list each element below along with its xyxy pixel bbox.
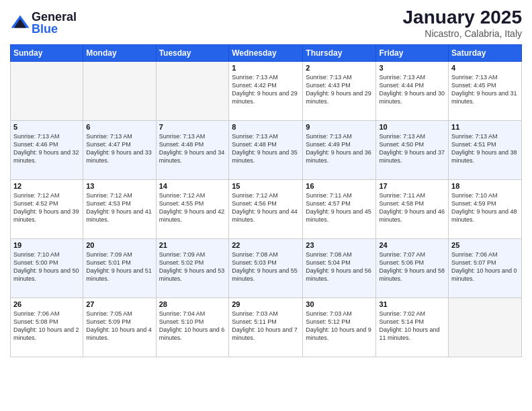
calendar-day: 8Sunrise: 7:13 AMSunset: 4:48 PMDaylight…	[229, 121, 303, 180]
day-info: Sunrise: 7:03 AMSunset: 5:12 PMDaylight:…	[306, 310, 373, 342]
logo-blue: Blue	[32, 23, 77, 35]
header-thursday: Thursday	[303, 45, 376, 62]
day-info: Sunrise: 7:09 AMSunset: 5:02 PMDaylight:…	[159, 250, 226, 283]
day-number: 12	[13, 182, 80, 190]
day-info: Sunrise: 7:12 AMSunset: 4:56 PMDaylight:…	[232, 191, 300, 224]
day-info: Sunrise: 7:09 AMSunset: 5:01 PMDaylight:…	[86, 250, 152, 283]
logo-general: General	[32, 11, 77, 23]
day-number: 31	[379, 300, 445, 308]
calendar-day	[449, 298, 522, 357]
day-info: Sunrise: 7:13 AMSunset: 4:44 PMDaylight:…	[379, 73, 445, 106]
calendar-day: 1Sunrise: 7:13 AMSunset: 4:42 PMDaylight…	[229, 62, 303, 121]
day-number: 11	[451, 123, 519, 131]
calendar-day: 20Sunrise: 7:09 AMSunset: 5:01 PMDayligh…	[83, 239, 156, 298]
title-section: January 2025 Nicastro, Calabria, Italy	[403, 7, 522, 39]
month-title: January 2025	[403, 7, 522, 28]
header-friday: Friday	[376, 45, 449, 62]
calendar-day: 26Sunrise: 7:06 AMSunset: 5:08 PMDayligh…	[11, 298, 83, 357]
day-number: 27	[86, 300, 152, 308]
day-number: 25	[451, 241, 519, 249]
day-number: 5	[13, 123, 80, 131]
page: General Blue January 2025 Nicastro, Cala…	[0, 0, 532, 411]
day-number: 6	[86, 123, 152, 131]
calendar-day: 22Sunrise: 7:08 AMSunset: 5:03 PMDayligh…	[229, 239, 303, 298]
day-number: 24	[379, 241, 445, 249]
day-number: 22	[232, 241, 300, 249]
calendar-day: 27Sunrise: 7:05 AMSunset: 5:09 PMDayligh…	[83, 298, 156, 357]
calendar-day: 18Sunrise: 7:10 AMSunset: 4:59 PMDayligh…	[449, 180, 522, 239]
day-number: 9	[306, 123, 373, 131]
day-info: Sunrise: 7:04 AMSunset: 5:10 PMDaylight:…	[159, 310, 226, 342]
day-number: 17	[379, 182, 445, 190]
day-info: Sunrise: 7:13 AMSunset: 4:51 PMDaylight:…	[451, 132, 519, 165]
day-number: 23	[306, 241, 373, 249]
day-info: Sunrise: 7:12 AMSunset: 4:55 PMDaylight:…	[159, 191, 226, 224]
day-number: 8	[232, 123, 300, 131]
day-number: 13	[86, 182, 152, 190]
calendar-day: 17Sunrise: 7:11 AMSunset: 4:58 PMDayligh…	[376, 180, 449, 239]
header-monday: Monday	[83, 45, 156, 62]
calendar-day	[83, 62, 156, 121]
calendar-week-row: 19Sunrise: 7:10 AMSunset: 5:00 PMDayligh…	[11, 239, 522, 298]
calendar-day: 29Sunrise: 7:03 AMSunset: 5:11 PMDayligh…	[229, 298, 303, 357]
calendar-header-row: Sunday Monday Tuesday Wednesday Thursday…	[11, 45, 522, 62]
calendar-day: 11Sunrise: 7:13 AMSunset: 4:51 PMDayligh…	[449, 121, 522, 180]
header-wednesday: Wednesday	[229, 45, 303, 62]
calendar-day: 12Sunrise: 7:12 AMSunset: 4:52 PMDayligh…	[11, 180, 83, 239]
calendar-day: 5Sunrise: 7:13 AMSunset: 4:46 PMDaylight…	[11, 121, 83, 180]
calendar-week-row: 12Sunrise: 7:12 AMSunset: 4:52 PMDayligh…	[11, 180, 522, 239]
calendar: Sunday Monday Tuesday Wednesday Thursday…	[10, 44, 522, 357]
logo-text: General Blue	[32, 11, 77, 35]
calendar-day: 7Sunrise: 7:13 AMSunset: 4:48 PMDaylight…	[156, 121, 229, 180]
calendar-day: 16Sunrise: 7:11 AMSunset: 4:57 PMDayligh…	[303, 180, 376, 239]
day-number: 21	[159, 241, 226, 249]
day-info: Sunrise: 7:13 AMSunset: 4:46 PMDaylight:…	[13, 132, 80, 165]
calendar-day: 19Sunrise: 7:10 AMSunset: 5:00 PMDayligh…	[11, 239, 83, 298]
header-sunday: Sunday	[11, 45, 83, 62]
day-info: Sunrise: 7:08 AMSunset: 5:04 PMDaylight:…	[306, 250, 373, 283]
day-number: 14	[159, 182, 226, 190]
day-number: 28	[159, 300, 226, 308]
day-info: Sunrise: 7:03 AMSunset: 5:11 PMDaylight:…	[232, 310, 300, 342]
header: General Blue January 2025 Nicastro, Cala…	[10, 7, 522, 39]
calendar-day	[11, 62, 83, 121]
day-info: Sunrise: 7:12 AMSunset: 4:53 PMDaylight:…	[86, 191, 152, 224]
day-info: Sunrise: 7:11 AMSunset: 4:58 PMDaylight:…	[379, 191, 445, 224]
day-info: Sunrise: 7:12 AMSunset: 4:52 PMDaylight:…	[13, 191, 80, 224]
day-number: 3	[379, 64, 445, 72]
calendar-day: 13Sunrise: 7:12 AMSunset: 4:53 PMDayligh…	[83, 180, 156, 239]
calendar-day: 10Sunrise: 7:13 AMSunset: 4:50 PMDayligh…	[376, 121, 449, 180]
day-info: Sunrise: 7:13 AMSunset: 4:49 PMDaylight:…	[306, 132, 373, 165]
header-saturday: Saturday	[449, 45, 522, 62]
calendar-day: 9Sunrise: 7:13 AMSunset: 4:49 PMDaylight…	[303, 121, 376, 180]
day-info: Sunrise: 7:11 AMSunset: 4:57 PMDaylight:…	[306, 191, 373, 224]
day-number: 18	[451, 182, 519, 190]
calendar-day: 4Sunrise: 7:13 AMSunset: 4:45 PMDaylight…	[449, 62, 522, 121]
calendar-week-row: 26Sunrise: 7:06 AMSunset: 5:08 PMDayligh…	[11, 298, 522, 357]
day-info: Sunrise: 7:13 AMSunset: 4:43 PMDaylight:…	[306, 73, 373, 106]
header-tuesday: Tuesday	[156, 45, 229, 62]
day-number: 30	[306, 300, 373, 308]
day-info: Sunrise: 7:08 AMSunset: 5:03 PMDaylight:…	[232, 250, 300, 283]
day-info: Sunrise: 7:10 AMSunset: 4:59 PMDaylight:…	[451, 191, 519, 224]
calendar-day: 23Sunrise: 7:08 AMSunset: 5:04 PMDayligh…	[303, 239, 376, 298]
day-number: 10	[379, 123, 445, 131]
day-info: Sunrise: 7:07 AMSunset: 5:06 PMDaylight:…	[379, 250, 445, 283]
day-info: Sunrise: 7:13 AMSunset: 4:45 PMDaylight:…	[451, 73, 519, 106]
day-info: Sunrise: 7:13 AMSunset: 4:48 PMDaylight:…	[159, 132, 226, 165]
day-number: 4	[451, 64, 519, 72]
calendar-day: 3Sunrise: 7:13 AMSunset: 4:44 PMDaylight…	[376, 62, 449, 121]
logo-icon	[10, 13, 30, 33]
day-info: Sunrise: 7:13 AMSunset: 4:48 PMDaylight:…	[232, 132, 300, 165]
day-number: 16	[306, 182, 373, 190]
day-number: 20	[86, 241, 152, 249]
calendar-day: 25Sunrise: 7:06 AMSunset: 5:07 PMDayligh…	[449, 239, 522, 298]
location-title: Nicastro, Calabria, Italy	[403, 28, 522, 39]
day-info: Sunrise: 7:13 AMSunset: 4:50 PMDaylight:…	[379, 132, 445, 165]
day-info: Sunrise: 7:13 AMSunset: 4:42 PMDaylight:…	[232, 73, 300, 106]
calendar-week-row: 1Sunrise: 7:13 AMSunset: 4:42 PMDaylight…	[11, 62, 522, 121]
day-info: Sunrise: 7:05 AMSunset: 5:09 PMDaylight:…	[86, 310, 152, 342]
day-info: Sunrise: 7:10 AMSunset: 5:00 PMDaylight:…	[13, 250, 80, 283]
day-info: Sunrise: 7:02 AMSunset: 5:14 PMDaylight:…	[379, 310, 445, 342]
calendar-day: 14Sunrise: 7:12 AMSunset: 4:55 PMDayligh…	[156, 180, 229, 239]
